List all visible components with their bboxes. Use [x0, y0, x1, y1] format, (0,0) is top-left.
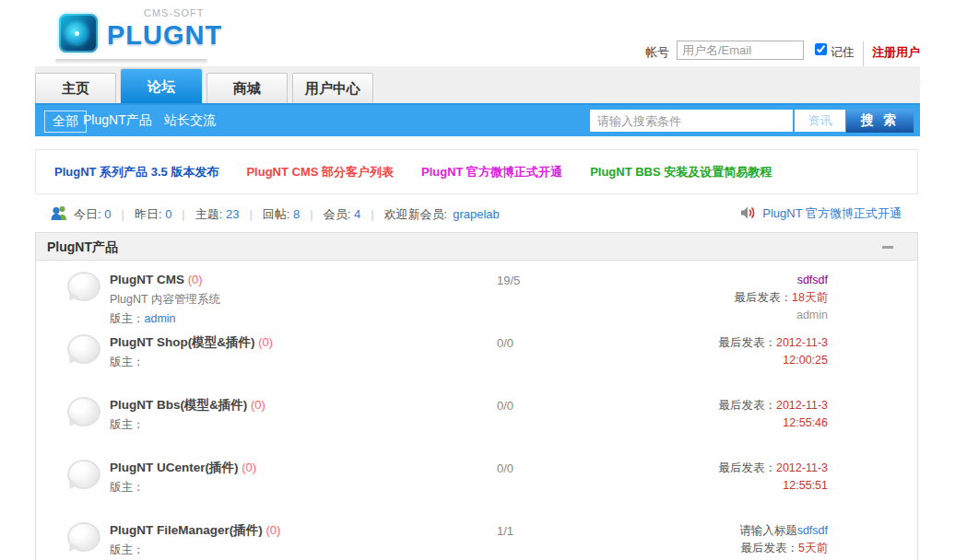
last-post-user: admin — [796, 309, 828, 321]
subnav-item-products[interactable]: PlugNT产品 — [83, 112, 152, 129]
forum-title-link[interactable]: PlugNT Bbs(模型&插件) — [110, 398, 247, 412]
stat-today: 今日: 0 — [74, 206, 111, 223]
last-post-title-link[interactable]: sdfsdf — [797, 274, 828, 286]
forum-section-header: PlugNT产品 — [36, 233, 917, 261]
header: CMS-SOFT PLUGNT 帐号 记住 注册用户 密码 登录 其他登录 — [35, 0, 920, 66]
moderator-label: 版主： — [110, 543, 145, 556]
last-post-label: 最后发表： — [718, 336, 776, 349]
topic-reply-count: 19/5 — [497, 274, 520, 287]
welcome-label: 欢迎新会员: — [384, 206, 448, 223]
last-post-time2: 12:55:46 — [783, 416, 828, 429]
last-post-time: 18天前 — [792, 291, 828, 304]
last-post-block: 最后发表：2012-11-3 12:00:25 — [718, 334, 828, 369]
members-icon — [50, 205, 68, 223]
search-input[interactable] — [590, 110, 793, 132]
collapse-icon[interactable] — [882, 246, 893, 249]
forum-new-count: (0) — [258, 335, 273, 349]
last-post-label: 最后发表： — [735, 291, 793, 304]
welcome-user-link[interactable]: grapelab — [453, 207, 500, 221]
remember-label: 记住 — [831, 44, 855, 61]
last-post-time: 5天前 — [798, 542, 828, 554]
forum-title-link[interactable]: PlugNT FileManager(插件) — [110, 523, 263, 537]
announcement-box: PlugNT 系列产品 3.5 版本发布 PlugNT CMS 部分客户列表 P… — [35, 149, 918, 194]
last-post-label: 最后发表： — [741, 542, 799, 554]
forum-new-count: (0) — [242, 461, 256, 474]
forum-bubble-icon — [67, 397, 100, 426]
tab-mall[interactable]: 商城 — [206, 73, 288, 103]
announcement-link-release[interactable]: PlugNT 系列产品 3.5 版本发布 — [54, 164, 218, 181]
subnav-all[interactable]: 全部 — [44, 111, 87, 133]
last-post-title-prefix: 请输入标题 — [739, 524, 797, 537]
stat-topics: 主题: 23 — [195, 206, 240, 223]
forum-new-count: (0) — [251, 398, 265, 412]
forum-new-count: (0) — [188, 273, 203, 286]
forum-bubble-icon — [67, 460, 100, 489]
forum-bubble-icon — [67, 334, 100, 364]
last-post-time2: 12:55:51 — [783, 479, 828, 492]
tab-user-center[interactable]: 用户中心 — [292, 73, 373, 103]
last-post-label: 最后发表： — [718, 399, 776, 412]
notice-link[interactable]: PlugNT 官方微博正式开通 — [762, 205, 902, 222]
main-nav: 主页 论坛 商城 用户中心 — [35, 66, 920, 103]
stat-yesterday: 昨日: 0 — [135, 206, 171, 223]
stats-bar: 今日: 0 | 昨日: 0 | 主题: 23 | 回帖: 8 | 会员: 4 |… — [35, 203, 920, 227]
topic-reply-count: 1/1 — [497, 524, 513, 538]
search-category-select[interactable]: 资讯 — [795, 110, 845, 132]
forum-subnav-bar: 全部 PlugNT产品 站长交流 资讯 搜 索 — [35, 103, 920, 136]
announcement-link-weibo[interactable]: PlugNT 官方微博正式开通 — [421, 164, 562, 181]
subnav-item-webmaster[interactable]: 站长交流 — [164, 112, 216, 129]
topic-reply-count: 0/0 — [497, 336, 513, 350]
plugnt-logo-icon — [59, 14, 98, 52]
page: CMS-SOFT PLUGNT 帐号 记住 注册用户 密码 登录 其他登录 主页… — [0, 0, 955, 560]
topic-reply-count: 0/0 — [497, 399, 513, 413]
forum-description: PlugNT 内容管理系统 — [110, 291, 220, 308]
last-post-label: 最后发表： — [718, 461, 776, 474]
forum-title-link[interactable]: PlugNT CMS — [110, 273, 184, 286]
last-post-title-link[interactable]: sdfsdf — [797, 524, 828, 537]
last-post-time: 2012-11-3 — [776, 336, 828, 349]
moderator-label: 版主： — [110, 356, 145, 368]
logo-text: PLUGNT — [107, 20, 222, 51]
announcement-link-clients[interactable]: PlugNT CMS 部分客户列表 — [246, 164, 394, 181]
forum-row: PlugNT Shop(模型&插件) (0) 版主： 0/0 最后发表：2012… — [36, 323, 917, 386]
forum-row: PlugNT UCenter(插件) (0) 版主： 0/0 最后发表：2012… — [36, 449, 917, 511]
topic-reply-count: 0/0 — [497, 461, 513, 475]
announcement-speaker-icon — [740, 206, 756, 222]
forum-title-link[interactable]: PlugNT Shop(模型&插件) — [110, 335, 254, 349]
forum-new-count: (0) — [266, 523, 281, 537]
last-post-block: 最后发表：2012-11-3 12:55:51 — [718, 460, 828, 495]
last-post-time2: 12:00:25 — [783, 354, 828, 367]
last-post-time: 2012-11-3 — [776, 399, 828, 412]
moderator-label: 版主： — [110, 418, 145, 431]
stat-replies: 回帖: 8 — [263, 206, 300, 223]
forum-bubble-icon — [67, 272, 100, 301]
tab-home[interactable]: 主页 — [35, 73, 116, 103]
tab-forum[interactable]: 论坛 — [121, 69, 202, 103]
forum-section: PlugNT产品 PlugNT CMS (0) PlugNT 内容管理系统 版主… — [35, 232, 918, 560]
announcement-link-tutorial[interactable]: PlugNT BBS 安装及设置简易教程 — [590, 164, 772, 181]
last-post-block: 请输入标题sdfsdf 最后发表：5天前 admin — [739, 522, 828, 560]
forum-row: PlugNT CMS (0) PlugNT 内容管理系统 版主：admin 19… — [36, 261, 917, 323]
forum-section-title: PlugNT产品 — [36, 233, 917, 261]
forum-bubble-icon — [67, 522, 100, 552]
moderator-label: 版主： — [110, 481, 145, 494]
remember-checkbox[interactable] — [815, 43, 827, 55]
last-post-block: 最后发表：2012-11-3 12:55:46 — [718, 397, 828, 432]
register-link[interactable]: 注册用户 — [872, 44, 920, 61]
account-label: 帐号 — [645, 44, 669, 61]
search-button[interactable]: 搜 索 — [846, 109, 914, 133]
account-input[interactable] — [677, 41, 804, 60]
forum-row: PlugNT Bbs(模型&插件) (0) 版主： 0/0 最后发表：2012-… — [36, 386, 917, 449]
last-post-time: 2012-11-3 — [776, 461, 828, 474]
logo-shadow — [55, 59, 207, 64]
stat-members: 会员: 4 — [324, 206, 360, 223]
last-post-block: sdfsdf 最后发表：18天前 admin — [735, 272, 828, 324]
logo-tagline: CMS-SOFT — [144, 7, 204, 18]
forum-row: PlugNT FileManager(插件) (0) 版主： 1/1 请输入标题… — [36, 511, 917, 560]
forum-title-link[interactable]: PlugNT UCenter(插件) — [110, 461, 239, 474]
